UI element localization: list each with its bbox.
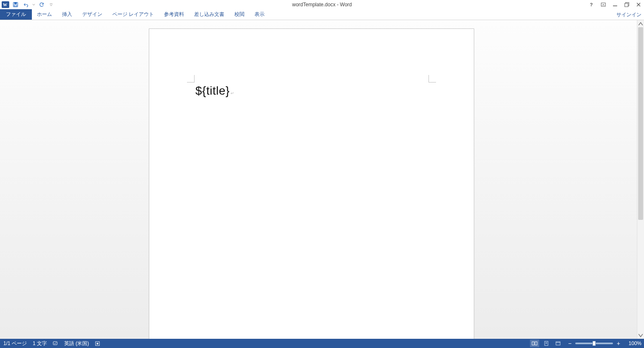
svg-rect-2 — [14, 5, 17, 7]
language-status[interactable]: 英語 (米国) — [64, 340, 89, 347]
vertical-scrollbar[interactable] — [637, 20, 644, 339]
tab-review[interactable]: 校閲 — [229, 9, 249, 20]
window-controls: ? — [588, 0, 642, 9]
svg-rect-15 — [535, 342, 537, 345]
tab-insert[interactable]: 挿入 — [57, 9, 77, 20]
paragraph-mark-icon: ↵ — [231, 91, 234, 95]
zoom-in-button[interactable]: + — [615, 340, 621, 346]
page-number-status[interactable]: 1/1 ページ — [3, 340, 27, 347]
spellcheck-status[interactable] — [53, 341, 58, 346]
tab-design[interactable]: デザイン — [77, 9, 107, 20]
close-button[interactable] — [635, 1, 642, 8]
web-layout-view-button[interactable] — [553, 340, 563, 347]
zoom-control: − + 100% — [567, 340, 641, 346]
quick-access-toolbar — [0, 1, 53, 8]
redo-button[interactable] — [38, 1, 45, 8]
word-app-icon — [2, 1, 9, 8]
macro-record-icon — [95, 341, 100, 346]
svg-rect-8 — [625, 3, 628, 7]
tab-file[interactable]: ファイル — [0, 9, 32, 20]
scroll-track[interactable] — [637, 27, 644, 332]
sign-in-link[interactable]: サインイン — [616, 9, 641, 20]
tab-home[interactable]: ホーム — [32, 9, 57, 20]
ribbon-tabs: ファイル ホーム 挿入 デザイン ページ レイアウト 参考資料 差し込み文書 校… — [0, 9, 644, 20]
svg-rect-19 — [556, 342, 560, 345]
scroll-up-button[interactable] — [637, 20, 644, 27]
document-workspace: ${title}↵ — [0, 20, 644, 339]
svg-rect-13 — [97, 343, 99, 344]
tab-page-layout[interactable]: ページ レイアウト — [107, 9, 159, 20]
undo-button[interactable] — [22, 1, 29, 8]
spellcheck-icon — [53, 341, 58, 346]
print-layout-view-button[interactable] — [542, 340, 551, 347]
tab-view[interactable]: 表示 — [249, 9, 270, 20]
scroll-thumb[interactable] — [638, 27, 643, 220]
zoom-slider-knob[interactable] — [592, 341, 596, 346]
ribbon-display-options-button[interactable] — [600, 1, 607, 8]
svg-text:?: ? — [590, 2, 593, 7]
window-title: wordTemplate.docx - Word — [0, 2, 644, 8]
margin-mark-top-left — [187, 75, 195, 82]
document-text-line[interactable]: ${title} — [195, 84, 230, 97]
margin-mark-top-right — [428, 75, 436, 82]
tab-mailings[interactable]: 差し込み文書 — [189, 9, 229, 20]
qat-customize-icon[interactable] — [49, 1, 53, 8]
help-button[interactable]: ? — [588, 1, 595, 8]
document-body[interactable]: ${title}↵ — [195, 84, 428, 98]
language-label: 英語 (米国) — [64, 340, 89, 347]
minimize-button[interactable] — [611, 1, 619, 8]
read-mode-view-button[interactable] — [530, 340, 539, 347]
zoom-out-button[interactable]: − — [567, 340, 573, 346]
undo-dropdown-icon[interactable] — [32, 1, 35, 8]
title-bar: wordTemplate.docx - Word ? — [0, 0, 644, 9]
status-bar: 1/1 ページ 1 文字 英語 (米国) − — [0, 339, 644, 348]
status-right-group: − + 100% — [530, 339, 641, 348]
svg-rect-14 — [532, 342, 534, 345]
svg-rect-5 — [601, 3, 605, 6]
maximize-restore-button[interactable] — [623, 1, 631, 8]
svg-rect-11 — [53, 341, 57, 344]
macro-status[interactable] — [95, 341, 100, 346]
document-page[interactable]: ${title}↵ — [149, 28, 474, 339]
word-count-label: 1 文字 — [33, 340, 47, 347]
zoom-percent-button[interactable]: 100% — [624, 340, 641, 346]
save-button[interactable] — [12, 1, 19, 8]
svg-rect-1 — [14, 3, 16, 4]
page-number-label: 1/1 ページ — [3, 340, 27, 347]
word-count-status[interactable]: 1 文字 — [33, 340, 47, 347]
scroll-down-button[interactable] — [637, 332, 644, 339]
tab-references[interactable]: 参考資料 — [159, 9, 189, 20]
zoom-slider[interactable] — [575, 343, 613, 344]
